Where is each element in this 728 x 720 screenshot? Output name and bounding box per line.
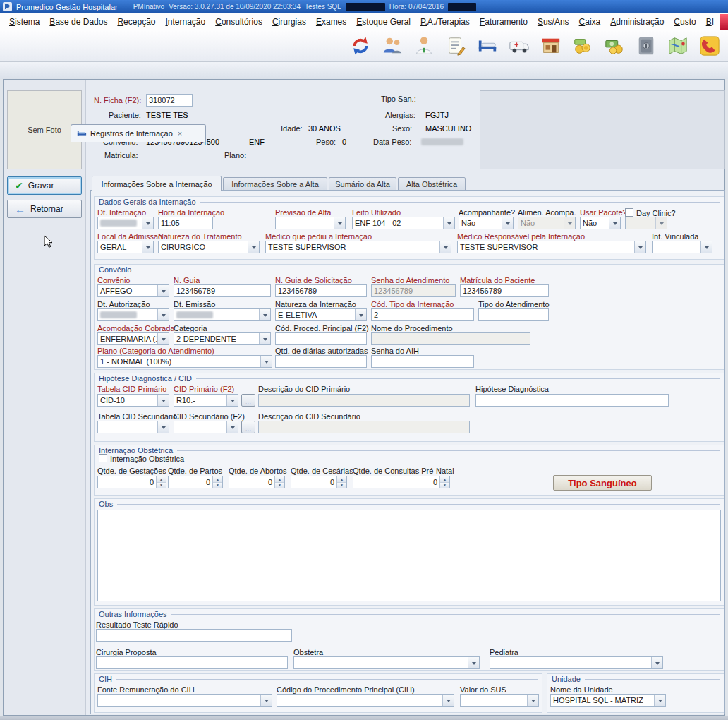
hora-input[interactable]: 11:05 xyxy=(158,217,213,229)
menu-caixa[interactable]: Caixa xyxy=(574,14,606,30)
menu-administracao[interactable]: Administração xyxy=(605,14,669,30)
dropdown-arrow-icon[interactable] xyxy=(651,657,662,668)
senha-aih-input[interactable] xyxy=(371,355,474,368)
dropdown-arrow-icon[interactable] xyxy=(142,217,153,229)
menu-custo[interactable]: Custo xyxy=(669,14,700,30)
dropdown-arrow-icon[interactable] xyxy=(157,395,169,406)
spin-up-icon[interactable]: ▲ xyxy=(440,476,449,483)
dropdown-arrow-icon[interactable] xyxy=(260,356,272,367)
spin-down-icon[interactable]: ▼ xyxy=(275,483,284,488)
previsao-combo[interactable] xyxy=(275,217,346,229)
doctor-icon[interactable] xyxy=(413,35,435,57)
obstetra-combo[interactable] xyxy=(293,656,480,669)
menu-cirurgias[interactable]: Cirurgias xyxy=(267,14,311,30)
menu-faturamento[interactable]: Faturamento xyxy=(475,14,533,30)
map-icon[interactable] xyxy=(667,35,689,57)
tab-registros-internacao[interactable]: Registros de Internação × xyxy=(71,124,206,142)
spin-up-icon[interactable]: ▲ xyxy=(157,476,166,483)
stock-icon[interactable] xyxy=(540,35,562,57)
tabela-cid-primario-combo[interactable]: CID-10 xyxy=(97,394,169,407)
n-guia-input[interactable]: 123456789 xyxy=(174,284,271,297)
close-icon[interactable]: × xyxy=(178,129,182,138)
int-vinculada-combo[interactable] xyxy=(652,241,712,253)
patients-icon[interactable] xyxy=(381,35,404,57)
menu-sus-ans[interactable]: Sus/Ans xyxy=(533,14,574,30)
spin-down-icon[interactable]: ▼ xyxy=(213,483,222,488)
teste-rapido-input[interactable] xyxy=(96,629,292,642)
menu-pa-terapias[interactable]: P.A./Terapias xyxy=(415,14,475,30)
acomodacao-combo[interactable]: ENFERMARIA (1) xyxy=(97,332,169,345)
cid-secundario-combo[interactable] xyxy=(174,421,238,433)
dropdown-arrow-icon[interactable] xyxy=(157,421,169,433)
codigo-cih-combo[interactable] xyxy=(277,694,454,707)
dropdown-arrow-icon[interactable] xyxy=(654,695,665,706)
gravar-button[interactable]: ✔ Gravar xyxy=(7,176,82,195)
menu-internacao[interactable]: Internação xyxy=(160,14,210,30)
ambulance-icon[interactable] xyxy=(508,35,530,57)
dt-autorizacao-combo[interactable] xyxy=(97,308,169,321)
dropdown-arrow-icon[interactable] xyxy=(442,695,454,706)
dropdown-arrow-icon[interactable] xyxy=(248,241,259,253)
dropdown-arrow-icon[interactable] xyxy=(609,217,620,229)
phone-icon[interactable] xyxy=(698,35,721,57)
natureza-internacao-combo[interactable]: E-ELETIVA xyxy=(275,308,367,321)
spin-down-icon[interactable]: ▼ xyxy=(337,483,346,488)
hospital-bed-icon[interactable] xyxy=(476,35,499,57)
cesarias-spinner[interactable]: 0▲▼ xyxy=(291,476,347,488)
categoria-combo[interactable]: 2-DEPENDENTE xyxy=(174,332,271,345)
menu-estoque-geral[interactable]: Estoque Geral xyxy=(351,14,415,30)
spin-up-icon[interactable]: ▲ xyxy=(337,476,346,483)
menu-base-de-dados[interactable]: Base de Dados xyxy=(44,14,112,30)
cod-proced-input[interactable] xyxy=(275,332,367,345)
spin-down-icon[interactable]: ▼ xyxy=(440,483,449,488)
dropdown-arrow-icon[interactable] xyxy=(527,695,538,706)
dropdown-arrow-icon[interactable] xyxy=(226,395,238,406)
dropdown-arrow-icon[interactable] xyxy=(157,309,169,320)
abortos-spinner[interactable]: 0▲▼ xyxy=(229,476,285,488)
qtd-diarias-input[interactable] xyxy=(275,355,367,368)
dropdown-arrow-icon[interactable] xyxy=(468,657,479,668)
matricula-paciente-input[interactable]: 123456789 xyxy=(460,284,549,297)
obs-textarea[interactable] xyxy=(97,510,721,601)
dropdown-arrow-icon[interactable] xyxy=(502,217,513,229)
local-admissao-combo[interactable]: GERAL xyxy=(97,241,154,253)
tab-informacoes-alta[interactable]: Informações Sobre a Alta xyxy=(223,177,327,191)
tabela-cid-secundario-combo[interactable] xyxy=(97,421,169,433)
usar-pacote-combo[interactable]: Não xyxy=(580,217,621,229)
tipo-atendimento-input[interactable] xyxy=(478,308,549,321)
tab-alta-obstetrica[interactable]: Alta Obstétrica xyxy=(398,177,466,191)
medico-pediu-combo[interactable]: TESTE SUPERVISOR xyxy=(265,241,451,253)
cod-tipo-internacao-input[interactable]: 2 xyxy=(371,308,474,321)
finance-icon[interactable] xyxy=(603,35,626,57)
valor-sus-combo[interactable] xyxy=(460,694,539,707)
menu-recepcao[interactable]: Recepção xyxy=(112,14,160,30)
cid-secundario-lookup-button[interactable]: ... xyxy=(241,421,255,433)
acompanhante-combo[interactable]: Não xyxy=(459,217,514,229)
medico-resp-combo[interactable]: TESTE SUPERVISOR xyxy=(457,241,646,253)
tipo-sanguineo-button[interactable]: Tipo Sanguíneo xyxy=(553,475,652,491)
dt-internacao-combo[interactable] xyxy=(97,217,154,229)
prenatal-spinner[interactable]: 0▲▼ xyxy=(353,476,450,488)
spin-down-icon[interactable]: ▼ xyxy=(157,483,166,488)
day-clinic-checkbox[interactable] xyxy=(625,208,633,217)
nome-unidade-combo[interactable]: HOSPITAL SQL - MATRIZ xyxy=(550,694,666,707)
internacao-obstetrica-checkbox[interactable] xyxy=(99,454,107,462)
dt-emissao-combo[interactable] xyxy=(174,308,271,321)
menu-bi[interactable]: BI xyxy=(701,14,719,30)
clinical-record-icon[interactable] xyxy=(444,35,467,57)
spin-up-icon[interactable]: ▲ xyxy=(275,476,284,483)
dropdown-arrow-icon[interactable] xyxy=(259,333,270,344)
dropdown-arrow-icon[interactable] xyxy=(439,241,451,253)
dropdown-arrow-icon[interactable] xyxy=(157,285,169,296)
billing-icon[interactable] xyxy=(571,35,594,57)
n-guia-sol-input[interactable]: 123456789 xyxy=(275,284,367,297)
dropdown-arrow-icon[interactable] xyxy=(142,241,153,253)
tab-sumario-alta[interactable]: Sumário da Alta xyxy=(329,177,396,191)
ficha-input[interactable]: 318072 xyxy=(146,94,193,107)
dropdown-arrow-icon[interactable] xyxy=(259,309,270,320)
fonte-cih-combo[interactable] xyxy=(97,694,272,707)
gestacoes-spinner[interactable]: 0▲▼ xyxy=(97,476,166,488)
menu-sistema[interactable]: Sistema xyxy=(4,14,44,30)
partos-spinner[interactable]: 0▲▼ xyxy=(168,476,223,488)
cirurgia-proposta-input[interactable] xyxy=(96,656,288,669)
